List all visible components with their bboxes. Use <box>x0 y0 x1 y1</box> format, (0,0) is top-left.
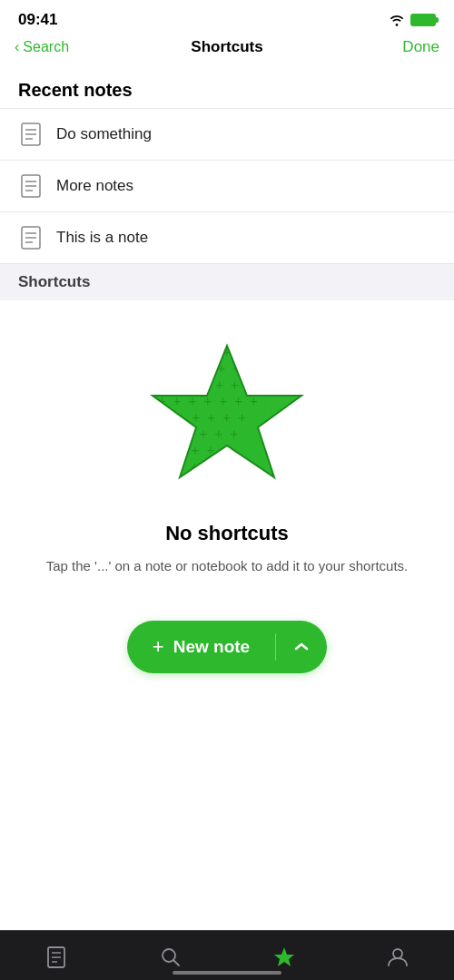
note-label: This is a note <box>56 229 148 247</box>
svg-line-21 <box>173 961 179 966</box>
nav-title: Shortcuts <box>191 38 262 56</box>
note-icon <box>18 122 44 147</box>
new-note-plus-icon: + <box>153 637 164 657</box>
nav-bar: ‹ Search Shortcuts Done <box>0 34 454 65</box>
shortcuts-section-header: Shortcuts <box>0 264 454 300</box>
tab-search[interactable] <box>144 942 197 973</box>
tab-notes[interactable] <box>31 942 84 973</box>
tab-shortcuts[interactable] <box>258 942 311 973</box>
done-button[interactable]: Done <box>402 38 439 56</box>
note-item[interactable]: Do something <box>0 108 454 161</box>
recent-notes-list: Do something More notes This is a note <box>0 108 454 264</box>
home-indicator <box>173 971 281 975</box>
new-note-button[interactable]: + New note <box>127 621 327 673</box>
tab-account[interactable] <box>371 942 424 973</box>
svg-marker-22 <box>274 947 294 966</box>
search-tab-icon <box>159 946 183 969</box>
no-shortcuts-title: No shortcuts <box>165 522 289 545</box>
recent-notes-header: Recent notes <box>0 65 454 108</box>
back-button[interactable]: ‹ Search <box>15 39 69 55</box>
new-note-expand-button[interactable] <box>276 625 327 669</box>
status-bar: 09:41 <box>0 0 454 34</box>
battery-icon <box>410 14 436 26</box>
account-tab-icon <box>386 946 410 969</box>
status-time: 09:41 <box>18 11 57 29</box>
new-note-main[interactable]: + New note <box>127 621 275 673</box>
wifi-icon <box>389 14 405 26</box>
shortcuts-empty-state: + + + + + + + + + + + + + + + + + + + + … <box>0 300 454 595</box>
note-label: More notes <box>56 177 133 195</box>
svg-point-23 <box>393 949 402 958</box>
status-icons <box>389 14 436 26</box>
back-label: Search <box>23 39 69 55</box>
chevron-up-icon <box>294 642 309 652</box>
notes-tab-icon <box>45 946 69 969</box>
shortcuts-tab-icon <box>272 946 296 969</box>
note-label: Do something <box>56 125 152 143</box>
new-note-label: New note <box>173 637 250 657</box>
back-chevron-icon: ‹ <box>15 39 19 55</box>
note-item[interactable]: This is a note <box>0 212 454 264</box>
star-icon: + + + + + + + + + + + + + + + + + + + + … <box>145 337 309 500</box>
note-icon <box>18 173 44 199</box>
note-item[interactable]: More notes <box>0 161 454 212</box>
no-shortcuts-description: Tap the '...' on a note or notebook to a… <box>46 556 408 577</box>
note-icon <box>18 225 44 250</box>
new-note-area: + New note <box>0 595 454 691</box>
